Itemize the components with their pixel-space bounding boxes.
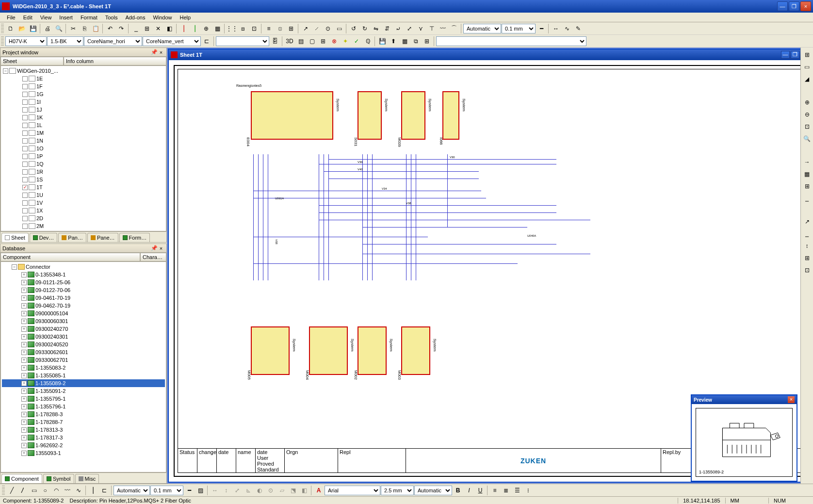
preview-button[interactable]: 🔍 bbox=[53, 23, 64, 34]
dim-icon[interactable]: ↔ bbox=[551, 23, 561, 34]
col-component[interactable]: Component bbox=[0, 253, 140, 261]
tool-g[interactable]: ⊕ bbox=[201, 23, 211, 34]
expand-icon[interactable]: + bbox=[21, 303, 27, 309]
checkbox[interactable] bbox=[22, 123, 28, 128]
expand-icon[interactable]: + bbox=[21, 326, 27, 332]
gripper[interactable] bbox=[2, 486, 5, 495]
tree-item[interactable]: 1N bbox=[2, 137, 165, 145]
list-item[interactable]: +09000005104 bbox=[2, 309, 165, 317]
rt-5[interactable]: ⊖ bbox=[802, 109, 813, 120]
bottom-thick-select[interactable]: 0.1 mm bbox=[150, 486, 183, 495]
tree-item[interactable]: 1Q bbox=[2, 160, 165, 168]
expand-icon[interactable]: + bbox=[21, 435, 27, 440]
rect-tool[interactable]: ▭ bbox=[29, 485, 39, 496]
save2-icon[interactable]: 💾 bbox=[377, 36, 388, 47]
pin-icon[interactable]: ⊗ bbox=[329, 36, 340, 47]
tool-f[interactable]: ⎮ bbox=[190, 23, 200, 34]
wire-size-select[interactable]: 1.5-BK bbox=[47, 36, 83, 46]
list-item[interactable]: +0-1355348-1 bbox=[2, 271, 165, 278]
list-item[interactable]: +09-0461-70-19 bbox=[2, 294, 165, 302]
line-style-icon[interactable]: ━ bbox=[536, 23, 547, 34]
min-button[interactable]: — bbox=[781, 51, 790, 59]
view3d-icon[interactable]: 3D bbox=[284, 36, 295, 47]
empty-select[interactable] bbox=[216, 36, 269, 46]
expand-icon[interactable]: + bbox=[21, 358, 27, 363]
checkbox[interactable] bbox=[22, 92, 28, 97]
rot-l-icon[interactable]: ↺ bbox=[348, 23, 359, 34]
checkbox[interactable] bbox=[22, 162, 28, 167]
col-chara[interactable]: Chara… bbox=[140, 253, 166, 261]
arc-tool[interactable]: ◠ bbox=[51, 485, 62, 496]
tree-item[interactable]: 1S bbox=[2, 176, 165, 183]
expand-icon[interactable]: + bbox=[21, 427, 27, 433]
expand-icon[interactable]: + bbox=[21, 412, 27, 417]
checkbox[interactable] bbox=[22, 200, 28, 206]
list-item[interactable]: +09-0462-70-19 bbox=[2, 302, 165, 309]
bold-button[interactable]: B bbox=[453, 485, 463, 496]
close-preview-icon[interactable]: × bbox=[788, 396, 795, 403]
block-e004[interactable] bbox=[251, 91, 333, 140]
folder-connector[interactable]: − Connector bbox=[2, 263, 165, 271]
list-item[interactable]: +1-178317-3 bbox=[2, 434, 165, 441]
close-panel-icon[interactable]: × bbox=[158, 245, 164, 252]
export-icon[interactable]: ⬆ bbox=[388, 36, 399, 47]
expand-icon[interactable]: + bbox=[21, 272, 27, 277]
tab-sheet[interactable]: Sheet bbox=[1, 233, 29, 242]
maximize-button[interactable]: ❐ bbox=[789, 1, 799, 11]
cascade-icon[interactable]: ⧉ bbox=[410, 36, 421, 47]
max-button[interactable]: ❐ bbox=[791, 51, 799, 59]
tree-item[interactable]: 1I bbox=[2, 98, 165, 106]
expand-icon[interactable]: + bbox=[21, 443, 27, 448]
paste-button[interactable]: 📋 bbox=[90, 23, 101, 34]
sheet-icon[interactable]: ▢ bbox=[307, 36, 317, 47]
list-item[interactable]: +09300240270 bbox=[2, 325, 165, 333]
project-tree[interactable]: − WiDGen-2010_... 1E1F1G1I1J1K1L1M1N1O1P… bbox=[0, 65, 166, 231]
rt-13[interactable]: ⎯ bbox=[802, 228, 813, 239]
italic-button[interactable]: I bbox=[464, 485, 474, 496]
expand-icon[interactable]: + bbox=[21, 373, 27, 378]
thickness-select[interactable]: 0.1 mm bbox=[502, 24, 536, 33]
checkbox[interactable] bbox=[22, 216, 28, 221]
menu-tools[interactable]: Tools bbox=[101, 14, 122, 21]
expand-icon[interactable]: + bbox=[21, 381, 27, 386]
list-item[interactable]: +09330062701 bbox=[2, 356, 165, 364]
checkbox[interactable] bbox=[22, 138, 28, 144]
tool-d[interactable]: ◧ bbox=[164, 23, 175, 34]
tool-h[interactable]: ▦ bbox=[212, 23, 223, 34]
collapse-icon[interactable]: − bbox=[3, 68, 8, 74]
block-i066[interactable] bbox=[442, 91, 459, 140]
rt-9[interactable]: ▦ bbox=[802, 169, 813, 179]
distribute-icon[interactable]: ⎅ bbox=[275, 23, 285, 34]
checkbox[interactable] bbox=[22, 224, 28, 229]
print-button[interactable]: 🖨 bbox=[42, 23, 53, 34]
dim2[interactable]: ↕ bbox=[221, 485, 231, 496]
tree-item[interactable]: 1K bbox=[2, 114, 165, 121]
menu-help[interactable]: Help bbox=[176, 14, 195, 21]
list-item[interactable]: +1-1355091-2 bbox=[2, 387, 165, 395]
rt-10[interactable]: ⊞ bbox=[802, 181, 813, 192]
grid2-icon[interactable]: ⊞ bbox=[318, 36, 328, 47]
measure-icon[interactable]: ⟋ bbox=[311, 23, 322, 34]
tree-item[interactable]: 1T bbox=[2, 183, 165, 191]
expand-icon[interactable]: + bbox=[21, 451, 27, 456]
mirror-h-icon[interactable]: ⇋ bbox=[371, 23, 381, 34]
bottom-auto-select[interactable]: Automatic bbox=[114, 486, 150, 495]
color-select[interactable]: Automatic bbox=[414, 486, 452, 495]
gripper[interactable] bbox=[1, 24, 4, 33]
tab-symbol[interactable]: Symbol bbox=[43, 474, 74, 483]
layer-icon[interactable]: ▤ bbox=[295, 36, 306, 47]
block-m002[interactable] bbox=[358, 326, 387, 375]
align-c[interactable]: ≣ bbox=[501, 485, 511, 496]
block-m039[interactable] bbox=[401, 91, 425, 140]
menu-window[interactable]: Window bbox=[149, 14, 176, 21]
arc-icon[interactable]: ⌒ bbox=[449, 23, 459, 34]
expand-icon[interactable]: + bbox=[21, 365, 27, 371]
expand-icon[interactable]: + bbox=[21, 350, 27, 355]
checkbox[interactable] bbox=[22, 99, 28, 105]
expand-icon[interactable]: + bbox=[21, 404, 27, 409]
checkbox[interactable] bbox=[22, 193, 28, 198]
tree-item[interactable]: 1U bbox=[2, 191, 165, 199]
checkbox[interactable] bbox=[22, 76, 28, 81]
list-item[interactable]: +09330062601 bbox=[2, 348, 165, 356]
polyline-tool[interactable]: 〳 bbox=[17, 485, 28, 496]
